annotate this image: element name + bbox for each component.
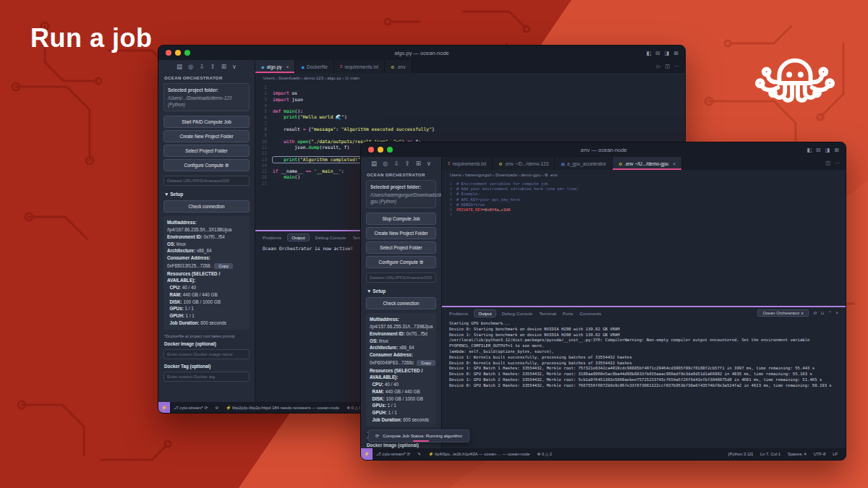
remote-indicator[interactable]: ⚡ [158, 402, 170, 413]
output-channel-select[interactable]: Ocean Orchestrator ∨ [757, 309, 809, 317]
close-button[interactable] [368, 147, 374, 153]
maximize-panel-icon[interactable]: ⌃ [828, 310, 832, 316]
minimize-button[interactable] [378, 147, 383, 153]
toggle-panel-right-icon[interactable]: ◨ [825, 147, 830, 153]
remote-indicator[interactable]: ⚡ [361, 448, 373, 460]
close-button[interactable] [166, 50, 171, 56]
editor-tab-env[interactable]: ⚙.env [385, 60, 412, 73]
stop-compute-job-button[interactable]: Stop Compute Job [366, 213, 436, 225]
line-number: 8 [255, 127, 273, 132]
clear-output-icon[interactable]: ⊘ [813, 310, 817, 316]
line-number: 12 [255, 150, 273, 156]
editor-tab-requirements-txt[interactable]: ≡requirements.txt [442, 157, 493, 170]
customize-layout-icon[interactable]: ⊞ [835, 147, 839, 153]
statusbar-item[interactable]: Ln 7, Col 1 [760, 452, 780, 456]
toggle-panel-bottom-icon[interactable]: ⊟ [816, 147, 820, 153]
more-actions-icon[interactable]: ⋯ [674, 64, 679, 69]
panel-tab-comments[interactable]: Comments [579, 311, 601, 316]
split-editor-icon[interactable]: ◫ [825, 160, 830, 166]
copy-address-button[interactable]: Copy [214, 263, 233, 269]
extensions-icon[interactable]: ⊞ [221, 63, 226, 70]
panel-tab-ports[interactable]: Ports [563, 311, 573, 316]
statusbar-item[interactable]: ✎ [417, 452, 421, 456]
extensions-icon[interactable]: ⊞ [416, 160, 421, 167]
statusbar-item[interactable]: ⊗ 0 △ 0 [346, 406, 362, 410]
docker-image-input[interactable] [163, 349, 250, 359]
compute-job-status-toast[interactable]: ⟳ Compute Job Status: Running algorithm [368, 429, 469, 442]
customize-layout-icon[interactable]: ⊞ [674, 50, 678, 56]
line-number: 4 [442, 197, 456, 202]
statusbar-item[interactable]: LF [833, 452, 838, 456]
chevron-down-icon[interactable]: ∨ [232, 63, 237, 70]
breadcrumb[interactable]: Users › hazemgurguri › Downloads › demo-… [442, 170, 846, 179]
output-content[interactable]: Starting GPU benchmark...Device 0: Start… [442, 319, 846, 448]
toggle-panel-bottom-icon[interactable]: ⊟ [655, 50, 660, 56]
files-icon[interactable]: ▤ [176, 63, 182, 70]
docker-tag-input[interactable] [163, 372, 250, 382]
panel-tab-output[interactable]: Output [475, 310, 495, 317]
editor-tab-env-u-demo-gpu[interactable]: ⚙.env ~/U.../demo-gpu× [613, 157, 682, 170]
code-line: 7 [442, 213, 846, 218]
panel-tab-terminal[interactable]: Terminal [539, 311, 556, 316]
editor-tab-env-d-demo-123[interactable]: ⚙.env ~/D.../demo-123 [493, 157, 555, 170]
split-editor-icon[interactable]: ◫ [665, 64, 670, 69]
close-icon[interactable]: × [673, 161, 676, 166]
panel-tab-problems[interactable]: Problems [263, 235, 281, 240]
editor-tab-a-gpu-accelerator[interactable]: ▤a_gpu_accelerator [555, 157, 613, 170]
download-icon[interactable]: ⇩ [199, 63, 204, 70]
run-button[interactable]: ▷ [657, 64, 660, 69]
minimize-button[interactable] [175, 50, 181, 56]
toggle-panel-right-icon[interactable]: ◨ [665, 50, 670, 56]
statusbar-item[interactable]: [Python 3.12] [728, 452, 753, 456]
dataset-input[interactable] [366, 273, 436, 283]
panel-tab-problems[interactable]: Problems [449, 311, 468, 316]
code-editor[interactable]: 1# Environment variables for compute job… [442, 179, 846, 306]
editor-tab-requirements-txt[interactable]: ≡requirements.txt [334, 60, 385, 73]
close-panel-icon[interactable]: × [835, 310, 838, 316]
setup-section-header[interactable]: ▼ Setup [158, 188, 255, 198]
select-project-folder-button[interactable]: Select Project Folder [366, 241, 436, 254]
statusbar-item[interactable]: ⊗ 0 △ 2 [537, 452, 553, 456]
chevron-down-icon[interactable]: ∨ [427, 160, 431, 167]
zoom-button[interactable] [387, 147, 393, 153]
search-icon[interactable]: ◎ [383, 160, 388, 167]
panel-tab-output[interactable]: Output [288, 234, 309, 241]
download-icon[interactable]: ⇩ [393, 160, 399, 167]
toggle-panel-left-icon[interactable]: ◧ [646, 50, 651, 56]
dataset-input[interactable] [163, 176, 250, 186]
toggle-panel-left-icon[interactable]: ◧ [807, 147, 812, 153]
statusbar-item[interactable]: ⚡ /ip4/0pu...te2b.h1p4l3A — ocean-… — oc… [428, 452, 529, 456]
export-icon[interactable]: ⇪ [210, 63, 216, 70]
check-connection-button[interactable]: Check connection [366, 297, 436, 309]
panel-tab-debug-console[interactable]: Debug Console [502, 311, 533, 316]
editor-tab-dockerfile[interactable]: ◆Dockerfile [295, 60, 334, 73]
create-new-project-folder-button[interactable]: Create New Project Folder [163, 130, 250, 142]
zoom-button[interactable] [184, 50, 190, 56]
close-icon[interactable]: × [286, 64, 289, 69]
statusbar-item[interactable]: ⊘ [215, 406, 218, 410]
window-controls [166, 50, 190, 56]
files-icon[interactable]: ▤ [371, 160, 377, 167]
info-line: Job Duration: 600 seconds [167, 320, 246, 327]
lock-scroll-icon[interactable]: ⊔ [821, 310, 825, 316]
breadcrumb[interactable]: Users › Downloads › demo-123 › algo.py ›… [255, 73, 685, 82]
env-file-icon: ⚙ [498, 161, 502, 166]
statusbar-item[interactable]: ⚡ libp2p/js-libp2p-httpd 184 needs revie… [226, 406, 339, 410]
statusbar-item[interactable]: ⎇ cyto-stream* ⟳ [174, 406, 208, 410]
configure-compute-button[interactable]: Configure Compute ⚙ [366, 256, 436, 268]
editor-tab-algo-py[interactable]: ◆algo.py× [255, 60, 295, 73]
panel-tab-debug-console[interactable]: Debug Console [315, 235, 346, 240]
select-project-folder-button[interactable]: Select Project Folder [163, 145, 250, 157]
search-icon[interactable]: ◎ [188, 63, 193, 70]
configure-compute-button[interactable]: Configure Compute ⚙ [163, 159, 250, 171]
more-actions-icon[interactable]: ⋯ [835, 160, 840, 166]
export-icon[interactable]: ⇪ [405, 160, 410, 167]
statusbar-item[interactable]: ⎇ cyto-stream* ⟳ [376, 452, 410, 456]
statusbar-item[interactable]: UTF-8 [814, 452, 825, 456]
statusbar-item[interactable]: Spaces: 4 [788, 452, 807, 456]
create-new-project-folder-button[interactable]: Create New Project Folder [366, 227, 436, 239]
check-connection-button[interactable]: Check connection [163, 200, 250, 213]
copy-address-button[interactable]: Copy [417, 360, 435, 366]
start-paid-compute-job-button[interactable]: Start PAID Compute Job [163, 116, 250, 128]
setup-section-header[interactable]: ▼ Setup [361, 285, 441, 295]
